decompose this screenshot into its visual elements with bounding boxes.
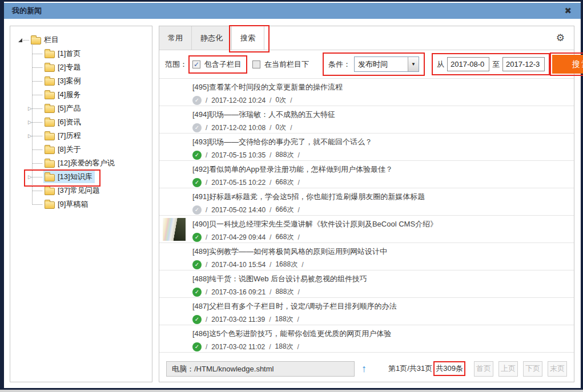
tree-item-content: [5]产品 (43, 102, 83, 115)
tree-item-5[interactable]: ▷[5]产品 (13, 102, 150, 115)
expander-collapsed-icon[interactable]: ▷ (28, 119, 32, 125)
article-row[interactable]: [489]实例教学——如何将极简风格的原则运用到网站设计中✓/2017-04-1… (159, 243, 574, 270)
close-icon[interactable]: ✖ (564, 5, 572, 17)
tree-item-6[interactable]: ▷[6]资讯 (13, 115, 150, 129)
status-published-icon: ✓ (192, 315, 202, 324)
expander-expanded-icon[interactable] (18, 38, 22, 42)
article-meta: ✓/2017-12-02 10:08/0次/ (192, 123, 574, 132)
folder-icon (45, 174, 55, 181)
article-date: 2017-12-02 10:24 (211, 96, 266, 104)
tab-bar: 常用静态化搜索 ⚙ (159, 26, 574, 50)
current-column-checkbox[interactable] (252, 60, 260, 68)
article-date: 2017-05-15 10:22 (211, 179, 266, 187)
tree-item-label: [5]产品 (58, 103, 81, 114)
tree-item-4[interactable]: [4]服务 (13, 88, 150, 102)
folder-icon (31, 37, 41, 45)
include-subcolumns-checkbox[interactable]: ✓ (192, 60, 200, 68)
prev-page-button[interactable]: 上页 (498, 361, 518, 377)
tree-root-node[interactable]: 栏目 (13, 33, 150, 47)
article-row[interactable]: [488]纯干货：说图Web 后台设计易被忽视的组件技巧✓/2017-03-16… (159, 270, 574, 298)
condition-select[interactable]: 发布时间 ▼ (354, 56, 419, 72)
article-date: 2017-03-02 11:39 (211, 316, 265, 324)
tree-item-content: [1]首页 (43, 47, 83, 60)
search-button[interactable]: 搜索 (552, 55, 583, 74)
article-views: 888次 (275, 287, 293, 297)
article-meta: ✓/2017-03-02 11:02/188次/ (192, 342, 574, 351)
separator: / (270, 206, 271, 214)
separator: / (297, 288, 299, 296)
article-date: 2017-04-10 15:54 (211, 261, 266, 269)
folder-icon (45, 51, 55, 58)
expander-collapsed-icon[interactable]: ▷ (28, 174, 32, 180)
article-row[interactable]: [494]职场——张瑞敏：人不成熟的五大特征✓/2017-12-02 10:08… (159, 106, 574, 134)
article-row[interactable]: [490]贝一科技总经理宋先生受邀讲解《软件设计原则及BeCool CMS介绍》… (159, 216, 574, 243)
tree-item-10[interactable]: ▷[13]知识库 (13, 170, 150, 184)
to-date-input[interactable]: 2017-12-3 (502, 57, 545, 71)
tree-item-8[interactable]: [8]关于 (13, 143, 150, 156)
article-row[interactable]: [493]职场——交待给你的事办完了，就不能回个话么？✓/2017-05-15 … (159, 134, 574, 161)
tree-item-11[interactable]: [37]常见问题 (13, 184, 150, 197)
article-row[interactable]: [492]看似简单的App登录注册功能，怎样做到用户体验最佳？✓/2017-05… (159, 161, 574, 188)
separator: / (206, 233, 207, 241)
tree-item-content: [7]历程 (43, 130, 83, 142)
tree-item-label: [1]首页 (58, 49, 81, 59)
status-unpublished-icon: ✓ (192, 96, 202, 105)
article-views: 666次 (275, 205, 293, 215)
first-page-button[interactable]: 首页 (474, 361, 493, 377)
upload-arrow-icon[interactable]: ↑ (361, 363, 367, 375)
status-published-icon: ✓ (192, 178, 202, 187)
tree-item-12[interactable]: [9]草稿箱 (13, 197, 150, 211)
article-row[interactable]: [495]查看某个时间段的文章更新量的操作流程✓/2017-12-02 10:2… (159, 79, 574, 106)
article-views: 0次 (275, 95, 286, 105)
gear-icon[interactable]: ⚙ (556, 33, 565, 44)
tree-item-7[interactable]: ▷[7]历程 (13, 129, 150, 143)
separator: / (269, 316, 271, 324)
tree-item-3[interactable]: [3]案例 (13, 74, 150, 88)
from-label: 从 (437, 59, 444, 70)
dialog-titlebar: 我的新闻 ✖ (4, 3, 581, 19)
tab-3[interactable]: 搜索 (232, 26, 264, 50)
separator: / (206, 151, 207, 159)
tree-item-2[interactable]: [2]专题 (13, 60, 150, 74)
folder-icon (45, 133, 55, 140)
from-date-input[interactable]: 2017-08-0 (447, 57, 489, 71)
status-unpublished-icon: ✓ (192, 123, 202, 132)
article-views: 188次 (275, 314, 293, 324)
article-row[interactable]: [487]父栏目有多个子栏目时，设定/调动子栏目排列顺序的办法✓/2017-03… (159, 298, 574, 325)
folder-icon (45, 160, 55, 168)
article-row[interactable]: [486]这5个色彩进阶技巧，能帮你创造更优质的网页用户体验✓/2017-03-… (159, 325, 574, 353)
tree-item-label: [37]常见问题 (58, 185, 100, 196)
separator: / (297, 343, 299, 351)
tree-item-9[interactable]: [12]亲爱的客户说 (13, 156, 150, 170)
tree-item-content: [13]知识库 (43, 171, 95, 183)
page-background: 我的新闻 ✖ 栏目 [1]首页[2]专题[3]案例[4]服务▷[5]产品▷[6]… (0, 0, 583, 392)
tree-item-label: [4]服务 (58, 90, 81, 100)
folder-icon (45, 201, 55, 209)
separator: / (290, 96, 292, 104)
last-page-button[interactable]: 末页 (548, 361, 567, 377)
separator: / (270, 261, 271, 269)
tree-item-label: [7]历程 (58, 131, 81, 141)
tree-children: [1]首页[2]专题[3]案例[4]服务▷[5]产品▷[6]资讯▷[7]历程[8… (13, 47, 150, 211)
article-row[interactable]: [491]好标题≠标题党，学会这5招，你也能打造刷爆朋友圈的新媒体标题✓/201… (159, 188, 574, 216)
expander-collapsed-icon[interactable]: ▷ (28, 106, 32, 111)
tab-2[interactable]: 静态化 (192, 26, 232, 50)
separator: / (290, 124, 292, 132)
status-published-icon: ✓ (192, 260, 202, 269)
separator: / (206, 343, 207, 351)
chevron-down-icon[interactable]: ▼ (408, 57, 419, 71)
tree-item-label: [13]知识库 (58, 172, 93, 182)
expander-collapsed-icon[interactable]: ▷ (28, 133, 32, 139)
publish-path-field[interactable]: 电脑：/HTML/knowledge.shtml (166, 361, 355, 377)
tab-1[interactable]: 常用 (159, 26, 192, 50)
article-meta: ✓/2017-05-02 14:40/666次/ (192, 205, 574, 215)
tree-item-label: [8]关于 (58, 144, 81, 155)
article-title: [490]贝一科技总经理宋先生受邀讲解《软件设计原则及BeCool CMS介绍》 (192, 216, 574, 229)
separator: / (206, 179, 207, 187)
tree-item-1[interactable]: [1]首页 (13, 47, 150, 60)
separator: / (297, 179, 299, 187)
separator: / (270, 179, 271, 187)
folder-icon (45, 119, 55, 127)
status-published-icon: ✓ (192, 288, 202, 297)
next-page-button[interactable]: 下页 (523, 361, 542, 377)
